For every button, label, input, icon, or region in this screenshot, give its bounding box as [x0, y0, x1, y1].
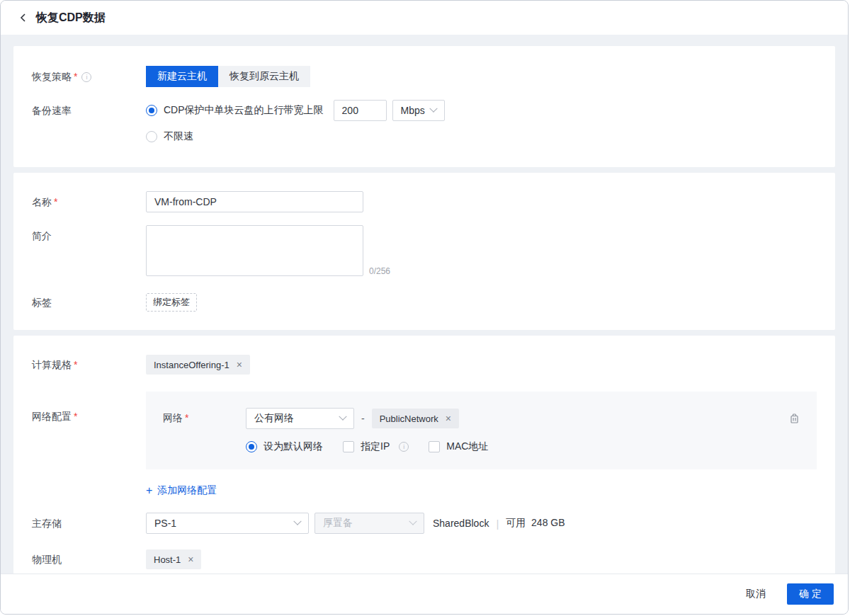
default-network-radio[interactable]: 设为默认网络 [246, 440, 323, 453]
primary-storage-row: 主存储 PS-1 厚置备 SharedBlock | 可用 248 GB [32, 513, 817, 534]
strategy-toggle: 新建云主机 恢复到原云主机 [146, 66, 310, 87]
separator: - [361, 413, 365, 424]
available-value: 248 GB [531, 517, 565, 528]
chevron-down-icon [409, 518, 416, 525]
network-config-row: 网络配置* 网络* 公有网络 - [32, 392, 817, 497]
instance-offering-tag: InstanceOffering-1 × [146, 355, 250, 375]
strategy-option-original-vm[interactable]: 恢复到原云主机 [218, 66, 310, 87]
name-label: 名称* [32, 191, 146, 212]
rate-unit-select[interactable]: Mbps [392, 100, 445, 121]
instance-offering-row: 计算规格* InstanceOffering-1 × [32, 355, 817, 375]
host-row: 物理机 Host-1 × [32, 549, 817, 569]
network-tag: PublicNetwork × [372, 409, 459, 428]
available-label: 可用 [506, 517, 526, 528]
radio-checked-icon [146, 105, 157, 116]
required-mark: * [74, 411, 77, 422]
chevron-down-icon [293, 518, 301, 525]
rate-limit-radio[interactable]: CDP保护中单块云盘的上行带宽上限 [146, 104, 324, 117]
strategy-label: 恢复策略*i [32, 66, 146, 87]
back-icon[interactable] [18, 12, 29, 23]
mac-address-checkbox[interactable]: MAC地址 [429, 440, 488, 453]
divider: | [496, 518, 499, 530]
compute-card: 计算规格* InstanceOffering-1 × 网络配置* [13, 336, 835, 574]
network-label: 网络* [163, 412, 246, 425]
header: 恢复CDP数据 [1, 1, 848, 35]
network-config-label: 网络配置* [32, 392, 146, 427]
confirm-button[interactable]: 确 定 [787, 583, 834, 605]
required-mark: * [74, 359, 77, 370]
remove-tag-icon[interactable]: × [237, 360, 242, 370]
host-tag: Host-1 × [146, 549, 201, 569]
instance-offering-label: 计算规格* [32, 355, 146, 375]
primary-storage-label: 主存储 [32, 513, 146, 534]
network-type-select[interactable]: 公有网络 [246, 408, 354, 429]
checkbox-icon [429, 441, 440, 452]
cancel-button[interactable]: 取消 [746, 588, 766, 600]
rate-unlimited-radio[interactable]: 不限速 [146, 130, 193, 143]
rate-limit-input[interactable]: 200 [334, 100, 387, 121]
strategy-card: 恢复策略*i 新建云主机 恢复到原云主机 备份速率 CDP保护中单块云盘的上行带… [13, 46, 835, 167]
footer: 取消 确 定 [1, 574, 848, 614]
checkbox-icon [343, 441, 354, 452]
host-label: 物理机 [32, 549, 146, 569]
name-input[interactable]: VM-from-CDP [146, 191, 363, 212]
primary-storage-select[interactable]: PS-1 [146, 513, 309, 534]
radio-unchecked-icon [146, 131, 157, 142]
name-row: 名称* VM-from-CDP [32, 191, 817, 212]
basic-info-card: 名称* VM-from-CDP 简介 0/256 标签 绑定标签 [13, 173, 835, 330]
add-network-link[interactable]: + 添加网络配置 [146, 484, 217, 497]
required-mark: * [74, 71, 77, 82]
chevron-down-icon [429, 105, 437, 113]
network-panel: 网络* 公有网络 - PublicNetwork × [146, 392, 817, 469]
info-icon[interactable]: i [81, 72, 91, 82]
form-content: 恢复策略*i 新建云主机 恢复到原云主机 备份速率 CDP保护中单块云盘的上行带… [1, 35, 848, 574]
tag-label: 标签 [32, 293, 146, 312]
radio-checked-icon [246, 441, 257, 452]
bind-tag-button[interactable]: 绑定标签 [146, 293, 197, 312]
required-mark: * [54, 196, 57, 207]
remove-tag-icon[interactable]: × [446, 413, 451, 423]
strategy-option-new-vm[interactable]: 新建云主机 [146, 66, 218, 87]
description-textarea[interactable] [146, 225, 363, 276]
char-counter: 0/256 [369, 266, 390, 276]
storage-type: SharedBlock [433, 518, 489, 529]
storage-info: SharedBlock | 可用 248 GB [433, 517, 565, 530]
trash-icon [789, 413, 800, 424]
page-title: 恢复CDP数据 [36, 11, 106, 25]
delete-network-button[interactable] [789, 413, 800, 424]
tag-row: 标签 绑定标签 [32, 293, 817, 312]
required-mark: * [185, 412, 188, 423]
provision-type-select: 厚置备 [314, 513, 424, 534]
remove-tag-icon[interactable]: × [188, 554, 193, 564]
backup-rate-label: 备份速率 [32, 100, 146, 121]
specify-ip-checkbox[interactable]: 指定IPi [343, 440, 409, 453]
plus-icon: + [146, 485, 152, 496]
description-row: 简介 0/256 [32, 225, 817, 276]
chevron-down-icon [339, 413, 346, 421]
restore-cdp-dialog: 恢复CDP数据 恢复策略*i 新建云主机 恢复到原云主机 备份速率 [0, 0, 849, 615]
backup-rate-row: 备份速率 CDP保护中单块云盘的上行带宽上限 200 Mbps [32, 100, 817, 147]
description-label: 简介 [32, 225, 146, 246]
strategy-row: 恢复策略*i 新建云主机 恢复到原云主机 [32, 66, 817, 87]
info-icon[interactable]: i [399, 442, 409, 452]
